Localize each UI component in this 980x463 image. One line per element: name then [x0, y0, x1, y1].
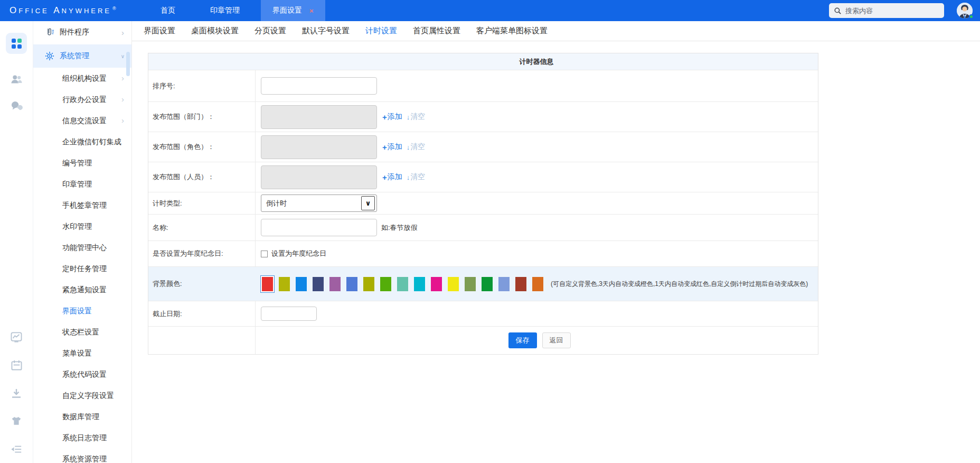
color-swatch[interactable] [362, 275, 376, 293]
settings-tab[interactable]: 计时设置 [365, 26, 397, 36]
color-swatch[interactable] [328, 275, 342, 293]
user-avatar[interactable] [957, 3, 973, 18]
bgcolor-note: (可自定义背景色,3天内自动变成橙色,1天内自动变成红色,自定义倒计时过期后自动… [551, 280, 808, 289]
color-swatch[interactable] [412, 275, 427, 293]
sidebar-item[interactable]: 功能管理中心 [33, 237, 131, 258]
top-nav-tab[interactable]: 界面设置 × [261, 0, 325, 21]
color-swatch[interactable] [395, 275, 410, 293]
color-swatch-fill [329, 277, 341, 291]
name-label: 名称: [148, 223, 255, 233]
color-swatch-fill [296, 277, 307, 291]
sidebar-item[interactable]: 水印管理 [33, 216, 131, 237]
anniversary-label: 是否设置为年度纪念日: [148, 249, 255, 258]
chart-icon[interactable] [6, 327, 27, 348]
back-button[interactable]: 返回 [542, 332, 571, 348]
users-icon[interactable] [6, 69, 27, 90]
settings-tab-label: 计时设置 [365, 26, 397, 35]
sort-row: 排序号: [148, 70, 818, 102]
search-input[interactable] [845, 7, 930, 15]
sidebar-item-label: 手机签章管理 [62, 201, 107, 209]
clear-department-link[interactable]: ↓清空 [407, 112, 426, 122]
sidebar-item[interactable]: 自定义字段设置 [33, 385, 131, 406]
settings-tab[interactable]: 分页设置 [255, 26, 286, 36]
sidebar-item-label: 编号管理 [62, 159, 92, 167]
anniversary-row: 是否设置为年度纪念日: 设置为年度纪念日 [148, 241, 818, 267]
settings-tab[interactable]: 客户端菜单图标设置 [476, 26, 548, 36]
color-swatch[interactable] [446, 275, 460, 293]
sidebar-item[interactable]: 系统代码设置 [33, 364, 131, 385]
color-swatch[interactable] [497, 275, 511, 293]
icon-rail [0, 21, 33, 463]
color-swatch[interactable] [379, 275, 393, 293]
anniversary-checkbox[interactable] [261, 251, 268, 257]
color-swatch[interactable] [260, 275, 275, 293]
deadline-input[interactable] [261, 307, 317, 321]
arrow-down-icon: ↓ [407, 113, 410, 121]
sidebar-item[interactable]: 菜单设置 [33, 342, 131, 364]
sidebar-item[interactable]: 定时任务管理 [33, 258, 131, 279]
color-swatch-fill [262, 277, 273, 291]
sidebar-item[interactable]: 企业微信钉钉集成 [33, 131, 131, 152]
settings-tab[interactable]: 默认字号设置 [302, 26, 350, 36]
sidebar-item-attachments[interactable]: 附件程序 [33, 23, 131, 41]
close-icon[interactable]: × [309, 7, 314, 15]
color-swatch[interactable] [463, 275, 477, 293]
color-swatch[interactable] [514, 275, 528, 293]
apparel-icon[interactable] [6, 410, 27, 431]
arrow-down-icon: ↓ [407, 143, 410, 151]
color-swatch[interactable] [294, 275, 308, 293]
sidebar-item[interactable]: 编号管理 [33, 152, 131, 173]
add-role-link[interactable]: +添加 [382, 142, 402, 152]
settings-tab[interactable]: 桌面模块设置 [191, 26, 239, 36]
add-department-link[interactable]: +添加 [382, 112, 402, 122]
color-swatches [260, 275, 548, 293]
clear-role-link[interactable]: ↓清空 [407, 142, 426, 152]
messages-icon[interactable] [6, 95, 27, 116]
sidebar-item[interactable]: 紧急通知设置 [33, 279, 131, 300]
plus-icon: + [382, 143, 387, 152]
chevron-down-icon: ∨ [361, 196, 375, 210]
top-nav-tab[interactable]: 印章管理 [196, 0, 261, 21]
color-swatch[interactable] [429, 275, 444, 293]
settings-tab[interactable]: 首页属性设置 [413, 26, 460, 36]
settings-tab[interactable]: 界面设置 [144, 26, 175, 36]
sidebar-item[interactable]: 信息交流设置 [33, 110, 131, 131]
sidebar-group-system[interactable]: 系统管理 [33, 44, 131, 68]
clear-person-link[interactable]: ↓清空 [407, 172, 426, 182]
sidebar-item[interactable]: 界面设置 [33, 300, 131, 321]
sidebar-item[interactable]: 印章管理 [33, 173, 131, 195]
timer-type-select[interactable]: 倒计时 ∨ [261, 195, 377, 212]
color-swatch[interactable] [480, 275, 494, 293]
sidebar-item-label: 系统代码设置 [62, 370, 107, 378]
sidebar-item[interactable]: 系统日志管理 [33, 427, 131, 448]
sidebar-scrollbar-thumb[interactable] [126, 52, 130, 76]
sidebar-item[interactable]: 行政办公设置 [33, 89, 131, 110]
color-swatch[interactable] [311, 275, 325, 293]
color-swatch-fill [498, 277, 510, 291]
settings-tab-label: 默认字号设置 [302, 26, 350, 35]
sidebar-item[interactable]: 数据库管理 [33, 406, 131, 427]
plus-icon: + [382, 173, 387, 182]
top-nav-tab[interactable]: 首页 [147, 0, 196, 21]
save-button[interactable]: 保存 [508, 332, 537, 348]
color-swatch[interactable] [345, 275, 359, 293]
color-swatch[interactable] [531, 275, 545, 293]
sidebar-item[interactable]: 系统资源管理 [33, 448, 131, 463]
name-hint: 如:春节放假 [381, 223, 418, 233]
collapse-menu-icon[interactable] [6, 439, 27, 460]
color-swatch[interactable] [277, 275, 291, 293]
apps-grid-icon[interactable] [6, 33, 27, 54]
top-nav-tab-label: 首页 [161, 6, 175, 15]
sidebar-item[interactable]: 手机签章管理 [33, 195, 131, 216]
scope-role-row: 发布范围（角色）： +添加 ↓清空 [148, 132, 818, 162]
sort-input[interactable] [261, 77, 377, 95]
sidebar-item[interactable]: 状态栏设置 [33, 321, 131, 342]
download-icon[interactable] [6, 383, 27, 404]
color-swatch-fill [279, 277, 290, 291]
scope-person-row: 发布范围（人员）： +添加 ↓清空 [148, 162, 818, 192]
calendar-icon[interactable] [6, 355, 27, 376]
add-person-link[interactable]: +添加 [382, 172, 402, 182]
name-input[interactable] [261, 219, 377, 236]
sidebar-item[interactable]: 组织机构设置 [33, 68, 131, 89]
sidebar-item-label: 附件程序 [60, 27, 89, 37]
